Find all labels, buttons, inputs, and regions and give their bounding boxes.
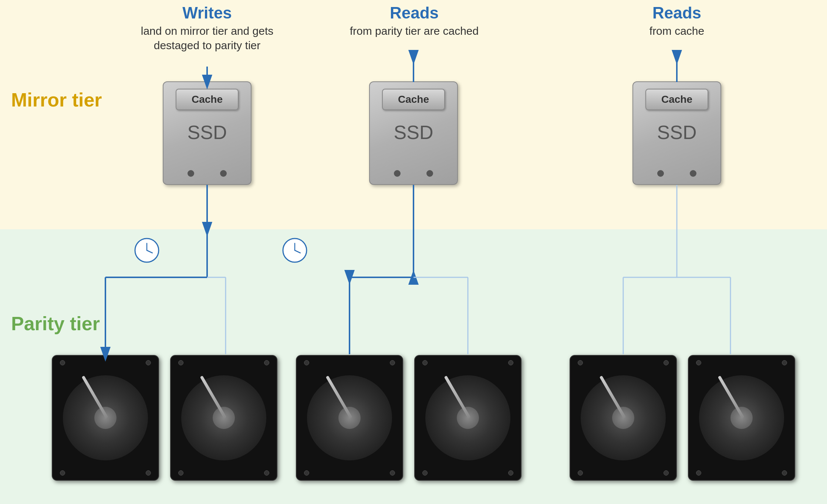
- hdd-unit-3: [296, 355, 403, 481]
- hdd-dots-bottom-6: [689, 470, 794, 476]
- diagram-container: Mirror tier Parity tier Writes land on m…: [0, 0, 827, 504]
- hdd-disk-1: [63, 375, 148, 460]
- hdd-dots-top-2: [171, 360, 277, 365]
- hdd-disk-5: [581, 375, 666, 460]
- reads-cache-subtitle: from cache: [607, 24, 747, 38]
- ssd-dot-left-2: [394, 170, 401, 177]
- hdd-disk-2: [181, 375, 266, 460]
- parity-tier-label: Parity tier: [11, 312, 100, 335]
- ssd-unit-3: Cache SSD: [632, 81, 721, 185]
- mirror-tier-label: Mirror tier: [11, 89, 102, 111]
- hdd-body-5: [570, 355, 677, 481]
- ssd-dot-right-3: [690, 170, 696, 177]
- hdd-unit-5: [570, 355, 677, 481]
- ssd-dot-right-1: [220, 170, 227, 177]
- hdd-unit-4: [414, 355, 521, 481]
- ssd-unit-2: Cache SSD: [369, 81, 458, 185]
- writes-subtitle: land on mirror tier and gets destaged to…: [133, 24, 281, 53]
- writes-title: Writes: [133, 4, 281, 22]
- hdd-dots-bottom-2: [171, 470, 277, 476]
- ssd-label-1: SSD: [188, 121, 227, 143]
- cache-button-2: Cache: [382, 89, 445, 110]
- cache-button-3: Cache: [645, 89, 708, 110]
- hdd-body-2: [170, 355, 277, 481]
- hdd-dots-bottom-5: [570, 470, 676, 476]
- hdd-dots-bottom-1: [53, 470, 158, 476]
- ssd-dots-3: [633, 170, 720, 177]
- hdd-dots-top-5: [570, 360, 676, 365]
- reads-cache-title: Reads: [607, 4, 747, 22]
- cache-button-1: Cache: [176, 89, 239, 110]
- writes-column-header: Writes land on mirror tier and gets dest…: [133, 4, 281, 53]
- hdd-body-1: [52, 355, 159, 481]
- hdd-dots-top-4: [415, 360, 521, 365]
- ssd-dots-1: [163, 170, 251, 177]
- hdd-disk-6: [699, 375, 784, 460]
- ssd-body-2: Cache SSD: [369, 81, 458, 185]
- ssd-dots-2: [370, 170, 457, 177]
- hdd-dots-top-6: [689, 360, 794, 365]
- hdd-dots-bottom-3: [297, 470, 402, 476]
- ssd-dot-left-1: [188, 170, 194, 177]
- ssd-body-1: Cache SSD: [163, 81, 252, 185]
- hdd-body-4: [414, 355, 521, 481]
- hdd-dots-top-1: [53, 360, 158, 365]
- reads-parity-column-header: Reads from parity tier are cached: [333, 4, 496, 38]
- ssd-unit-1: Cache SSD: [163, 81, 252, 185]
- hdd-body-6: [688, 355, 795, 481]
- hdd-dots-top-3: [297, 360, 402, 365]
- ssd-label-3: SSD: [657, 121, 697, 143]
- clock-icon-1: [133, 237, 161, 264]
- clock-icon-2: [281, 237, 309, 264]
- hdd-unit-6: [688, 355, 795, 481]
- ssd-body-3: Cache SSD: [632, 81, 721, 185]
- hdd-dots-bottom-4: [415, 470, 521, 476]
- ssd-dot-left-3: [657, 170, 664, 177]
- reads-cache-column-header: Reads from cache: [607, 4, 747, 38]
- hdd-disk-3: [307, 375, 392, 460]
- ssd-label-2: SSD: [394, 121, 433, 143]
- hdd-unit-2: [170, 355, 277, 481]
- hdd-unit-1: [52, 355, 159, 481]
- reads-parity-subtitle: from parity tier are cached: [333, 24, 496, 38]
- ssd-dot-right-2: [426, 170, 433, 177]
- hdd-disk-4: [425, 375, 510, 460]
- hdd-body-3: [296, 355, 403, 481]
- reads-parity-title: Reads: [333, 4, 496, 22]
